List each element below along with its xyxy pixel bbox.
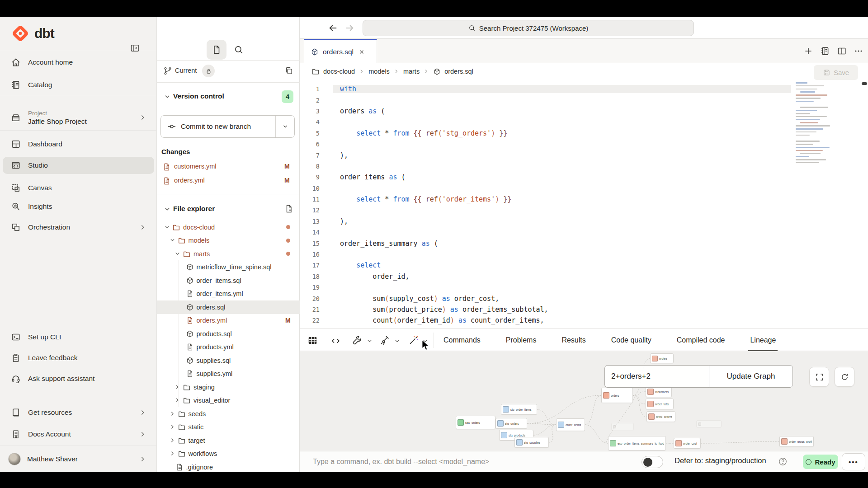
code-line-8[interactable]: 8 [300,161,868,172]
code-line-18[interactable]: 18 order_id, [300,271,868,282]
sidebar-item-orchestration[interactable]: Orchestration [3,219,154,236]
code-line-1[interactable]: 1with [300,84,868,94]
code-line-19[interactable]: 19 [300,282,868,293]
tree-item-docs-cloud[interactable]: docs-cloud [157,221,300,234]
lineage-node-stg_order_items[interactable]: stg_order_items [501,404,537,415]
sidebar-item-docs-account[interactable]: Docs Account [3,426,154,443]
refresh-icon[interactable] [835,367,854,387]
sidebar-item-canvas[interactable]: Canvas [3,179,154,197]
code-line-2[interactable]: 2 [300,94,868,105]
code-editor[interactable]: 1with23orders as (45 select * from {{ re… [300,81,868,328]
sidebar-item-set-up-cli[interactable]: Set up CLI [3,328,154,346]
code-line-6[interactable]: 6 [300,139,868,150]
commit-options-dropdown[interactable] [275,116,294,137]
breadcrumb-item[interactable]: models [368,68,390,75]
code-line-22[interactable]: 22 count(order_item_id) as count_order_i… [300,315,868,326]
sidebar-project-switcher[interactable]: Project Jaffle Shop Project [3,103,154,131]
lineage-node-stg_orders[interactable]: stg_orders [495,418,527,429]
code-line-16[interactable]: 16 [300,249,868,260]
sidebar-item-dashboard[interactable]: Dashboard [3,136,154,153]
panel-tab-problems[interactable]: Problems [506,329,537,352]
preview-table-icon[interactable] [307,335,318,346]
copy-icon[interactable] [284,66,294,75]
tree-item-static[interactable]: static [157,421,300,434]
code-line-9[interactable]: 9order_items as ( [300,172,868,183]
build-wrench-icon[interactable] [352,335,363,346]
lineage-selector-input[interactable] [604,365,709,388]
code-line-5[interactable]: 5 select * from {{ ref('stg_orders') }} [300,128,868,139]
tree-item-order_items.sql[interactable]: order_items.sql [157,274,300,287]
panel-tab-commands[interactable]: Commands [443,329,481,352]
lineage-node-order_gross_profit[interactable]: order_gross_profit [779,436,814,447]
sidebar-item-leave-feedback[interactable]: Leave feedback [3,349,154,366]
command-input[interactable] [313,455,620,469]
tree-item-orders.yml[interactable]: orders.ymlM [157,314,300,328]
panel-tab-compiled-code[interactable]: Compiled code [677,329,725,352]
clean-broom-icon[interactable] [379,335,390,346]
lineage-node-order_total[interactable]: order_total [646,399,674,409]
sidebar-item-get-resources[interactable]: Get resources [3,404,154,421]
more-options-icon[interactable] [854,46,863,56]
sidebar-item-ask-support-assistant[interactable]: Ask support assistant [3,370,154,387]
save-button[interactable]: Save [814,65,858,80]
sidebar-item-studio[interactable]: Studio [3,157,154,174]
tab-orders-sql[interactable]: orders.sql [304,39,377,63]
chevron-down-icon[interactable] [394,338,401,344]
changed-file-orders.yml[interactable]: orders.ymlM [157,174,300,188]
tree-item-.gitignore[interactable]: .gitignore [157,460,300,472]
tree-item-products.sql[interactable]: products.sql [157,327,300,341]
chevron-down-icon[interactable] [366,338,373,344]
defer-toggle[interactable] [642,456,663,468]
tree-item-workflows[interactable]: workflows [157,447,300,461]
split-view-icon[interactable] [837,46,847,56]
sidebar-item-account-home[interactable]: Account home [3,54,154,71]
commit-button[interactable]: Commit to new branch [160,115,295,138]
breadcrumb-item[interactable]: orders.sql [444,68,473,75]
more-actions-button[interactable]: ••• [842,453,865,470]
lineage-node-raw_orders[interactable]: raw_orders [456,416,495,429]
tree-item-products.yml[interactable]: products.yml [157,341,300,354]
code-line-21[interactable]: 21 sum(product_price) as order_items_sub… [300,304,868,315]
sidebar-collapse-icon[interactable] [130,43,140,53]
branch-row[interactable]: Current [157,60,300,82]
code-line-15[interactable]: 15order_items_summary as ( [300,238,868,249]
version-control-header[interactable]: Version control 4 [157,88,300,106]
code-line-11[interactable]: 11 select * from {{ ref('order_items') }… [300,194,868,205]
address-search-bar[interactable]: Search Project 372475 (Workspace) [363,20,694,36]
panel-tab-lineage[interactable]: Lineage [750,329,776,352]
help-icon[interactable] [778,457,788,466]
minimap[interactable] [794,82,837,168]
lineage-node-order_items[interactable]: order_items [556,418,585,431]
scrollbar-thumb[interactable] [862,82,867,85]
code-line-4[interactable]: 4 [300,117,868,127]
lineage-node-ghost1[interactable] [611,423,634,430]
back-arrow-icon[interactable] [328,23,339,33]
tree-item-target[interactable]: target [157,434,300,447]
fullscreen-icon[interactable] [809,367,829,387]
lineage-node-orders_top[interactable]: orders [650,353,674,363]
code-line-20[interactable]: 20 sum(supply_cost) as order_cost, [300,293,868,304]
code-line-3[interactable]: 3orders as ( [300,106,868,117]
tree-item-seeds[interactable]: seeds [157,407,300,421]
code-line-17[interactable]: 17 select [300,260,868,271]
lineage-node-drink_orders[interactable]: drink_orders [646,411,675,422]
lineage-node-ghost2[interactable] [696,420,722,427]
sidebar-item-catalog[interactable]: Catalog [3,76,154,94]
new-file-icon[interactable] [284,204,293,213]
new-tab-icon[interactable] [803,46,813,56]
compile-code-icon[interactable] [330,336,341,346]
fix-wand-icon[interactable] [408,335,419,346]
update-graph-button[interactable]: Update Graph [709,365,793,388]
code-line-7[interactable]: 7), [300,150,868,160]
sidebar-user-menu[interactable]: Matthew Shaver [3,450,154,468]
code-line-10[interactable]: 10 [300,183,868,194]
lineage-node-order_cost[interactable]: order_cost [674,438,701,449]
tree-item-marts[interactable]: marts [157,247,300,261]
sidebar-item-insights[interactable]: Insights [3,198,154,215]
lineage-node-orders[interactable]: orders [601,388,633,403]
tree-item-supplies.sql[interactable]: supplies.sql [157,354,300,367]
lineage-panel[interactable]: raw_ordersstg_order_itemsstg_ordersstg_p… [300,351,868,451]
changed-file-customers.yml[interactable]: customers.ymlM [157,160,300,174]
lineage-node-customers[interactable]: customers [646,386,672,397]
code-line-14[interactable]: 14 [300,227,868,238]
